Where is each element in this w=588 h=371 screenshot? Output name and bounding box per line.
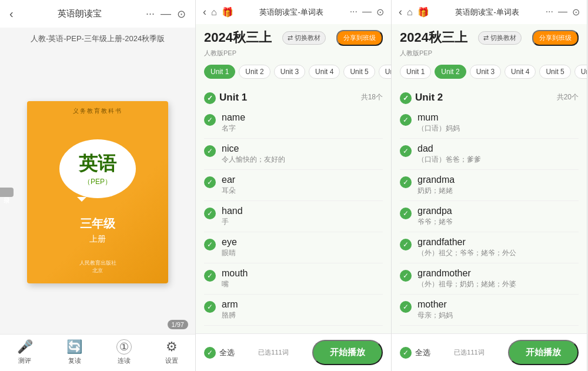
- vocab3-bottom: 全选 已选111词 开始播放: [392, 333, 587, 371]
- word-item-grandma[interactable]: grandma 奶奶；姥姥: [400, 170, 579, 201]
- word-item-grandpa[interactable]: grandpa 爷爷；姥爷: [400, 201, 579, 232]
- check-dad: [400, 145, 412, 157]
- vocab3-tab-unit5[interactable]: Unit 5: [539, 65, 570, 79]
- check-name: [204, 114, 216, 126]
- vocab3-more-icon[interactable]: ···: [546, 6, 553, 18]
- vocab3-tab-unit1[interactable]: Unit 1: [400, 65, 431, 79]
- word-content-name: name 名字: [222, 112, 245, 133]
- vocab3-nav-left: ‹ ⌂ 🎁: [399, 6, 429, 18]
- vocab3-home-icon[interactable]: ⌂: [407, 7, 413, 18]
- cover-grade: 三年级: [80, 216, 115, 232]
- vocab2-tab-unit1[interactable]: Unit 1: [204, 65, 235, 79]
- vocab3-win-controls: ··· — ⊙: [546, 6, 580, 18]
- vocab3-close-icon[interactable]: ⊙: [572, 6, 580, 18]
- check-nice: [204, 145, 216, 157]
- check-mother: [400, 301, 412, 313]
- word-item-dad[interactable]: dad （口语）爸爸；爹爹: [400, 139, 579, 170]
- word-item-mouth[interactable]: mouth 嘴: [204, 263, 383, 295]
- word-item-name[interactable]: name 名字: [204, 108, 383, 139]
- cover-publisher: 人民教育出版社 北京: [79, 259, 116, 275]
- vocab2-tab-unit6[interactable]: Unit 6: [379, 65, 391, 79]
- vocab3-play-btn[interactable]: 开始播放: [508, 340, 579, 365]
- nav-item-continuous[interactable]: ① 连读: [116, 339, 132, 365]
- vocab2-select-all[interactable]: 全选: [204, 347, 235, 359]
- panel-book: ‹ 英语朗读宝 ··· — ⊙ 人教-英语-PEP-三年级上册-2024秋季版 …: [0, 0, 196, 371]
- word-content-eye: eye 眼睛: [222, 237, 237, 258]
- panel1-title: 英语朗读宝: [58, 8, 102, 19]
- word-item-ear[interactable]: ear 耳朵: [204, 170, 383, 201]
- book-cover-area: 目录 义务教育教科书 英语 （PEP） 三年级 上册 人民教育出版社 北京 1/…: [0, 50, 195, 334]
- settings-label: 设置: [165, 356, 178, 365]
- word-content-dad: dad （口语）爸爸；爹爹: [417, 143, 481, 165]
- vocab2-switch-btn[interactable]: ⇄ 切换教材: [282, 31, 326, 45]
- vocab2-tab-unit3[interactable]: Unit 3: [274, 65, 305, 79]
- check-hand: [204, 208, 216, 219]
- word-item-eye[interactable]: eye 眼睛: [204, 232, 383, 263]
- vocab3-min-icon[interactable]: —: [558, 6, 567, 18]
- back-icon[interactable]: ‹: [9, 7, 14, 21]
- word-item-grandfather[interactable]: grandfather （外）祖父；爷爷；姥爷；外公: [400, 232, 579, 263]
- vocab2-tab-unit4[interactable]: Unit 4: [309, 65, 340, 79]
- vocab2-gift-icon[interactable]: 🎁: [222, 6, 233, 18]
- vocab3-tab-unit6[interactable]: Unit 6: [574, 65, 587, 79]
- vocab2-more-icon[interactable]: ···: [350, 6, 358, 18]
- vocab3-back-icon[interactable]: ‹: [399, 6, 402, 18]
- vocab3-gift-icon[interactable]: 🎁: [417, 6, 429, 18]
- panel-vocab-unit1: ‹ ⌂ 🎁 英语朗读宝-单词表 ··· — ⊙ 2024秋三上 ⇄ 切换教材 分…: [196, 0, 392, 371]
- check-grandmother: [400, 270, 412, 282]
- word-content-grandfather: grandfather （外）祖父；爷爷；姥爷；外公: [417, 237, 516, 258]
- vocab3-publisher: 人教版PEP: [392, 49, 587, 61]
- vocab3-select-all[interactable]: 全选: [400, 347, 430, 359]
- continuous-label: 连读: [118, 356, 131, 365]
- word-item-mother[interactable]: mother 母亲；妈妈: [400, 295, 579, 326]
- vocab3-selected-count: 已选111词: [454, 348, 484, 357]
- select-all-check3: [400, 347, 412, 359]
- vocab2-min-icon[interactable]: —: [362, 6, 372, 18]
- vocab2-play-btn[interactable]: 开始播放: [312, 340, 383, 365]
- vocab2-win-controls: ··· — ⊙: [350, 6, 384, 18]
- select-all-check2: [204, 347, 216, 359]
- vocab2-tab-unit2[interactable]: Unit 2: [239, 65, 270, 79]
- word-content-mum: mum （口语）妈妈: [417, 112, 460, 133]
- close-icon[interactable]: ⊙: [177, 8, 186, 21]
- vocab2-share-btn[interactable]: 分享到班级: [336, 30, 383, 46]
- select-all-label3: 全选: [415, 347, 430, 358]
- word-item-hand[interactable]: hand 手: [204, 201, 383, 232]
- panel1-header: ‹ 英语朗读宝 ··· — ⊙: [0, 0, 195, 28]
- minimize-icon[interactable]: —: [161, 8, 171, 21]
- vocab3-section-check: [400, 92, 412, 104]
- check-eye: [204, 239, 216, 250]
- vocab2-section-title: Unit 1: [204, 91, 247, 104]
- vocab2-section-header: Unit 1 共18个: [204, 86, 383, 108]
- check-grandfather: [400, 239, 412, 250]
- word-content-grandma: grandma 奶奶；姥姥: [417, 175, 455, 196]
- word-item-nice[interactable]: nice 令人愉快的；友好的: [204, 139, 383, 170]
- vocab2-back-icon[interactable]: ‹: [203, 6, 206, 18]
- book-subtitle: 人教-英语-PEP-三年级上册-2024秋季版: [0, 28, 195, 50]
- vocab3-tab-unit3[interactable]: Unit 3: [470, 65, 501, 79]
- vocab2-tab-unit5[interactable]: Unit 5: [343, 65, 375, 79]
- vocab3-share-btn[interactable]: 分享到班级: [532, 30, 579, 46]
- word-content-ear: ear 耳朵: [222, 175, 236, 196]
- vocab3-tab-unit4[interactable]: Unit 4: [505, 65, 536, 79]
- vocab2-close-icon[interactable]: ⊙: [376, 6, 384, 18]
- word-item-grandmother[interactable]: grandmother （外）祖母；奶奶；姥姥；外婆: [400, 263, 579, 295]
- vocab2-header: ‹ ⌂ 🎁 英语朗读宝-单词表 ··· — ⊙: [196, 0, 391, 24]
- speech-bubble: 英语 （PEP）: [59, 139, 136, 198]
- word-item-arm[interactable]: arm 胳膊: [204, 295, 383, 326]
- nav-item-eval[interactable]: 🎤 测评: [17, 339, 33, 365]
- vocab3-app-title: 英语朗读宝-单词表: [429, 7, 546, 18]
- vocab3-section-title: Unit 2: [400, 91, 443, 104]
- vocab3-word-list: Unit 2 共20个 mum （口语）妈妈 dad （口语）爸爸；爹爹 gra…: [392, 82, 587, 333]
- cover-pep: （PEP）: [83, 177, 112, 187]
- vocab3-tab-unit2[interactable]: Unit 2: [435, 65, 466, 79]
- nav-item-rereading[interactable]: 🔄 复读: [66, 339, 82, 365]
- word-item-mum[interactable]: mum （口语）妈妈: [400, 108, 579, 139]
- more-icon[interactable]: ···: [146, 8, 155, 21]
- continuous-icon: ①: [116, 339, 132, 355]
- vocab3-switch-btn[interactable]: ⇄ 切换教材: [478, 31, 522, 45]
- nav-item-settings[interactable]: ⚙ 设置: [165, 339, 178, 365]
- vocab3-title-row: 2024秋三上 ⇄ 切换教材 分享到班级: [392, 24, 587, 49]
- toc-tab[interactable]: 目录: [0, 188, 14, 197]
- vocab2-home-icon[interactable]: ⌂: [211, 7, 217, 18]
